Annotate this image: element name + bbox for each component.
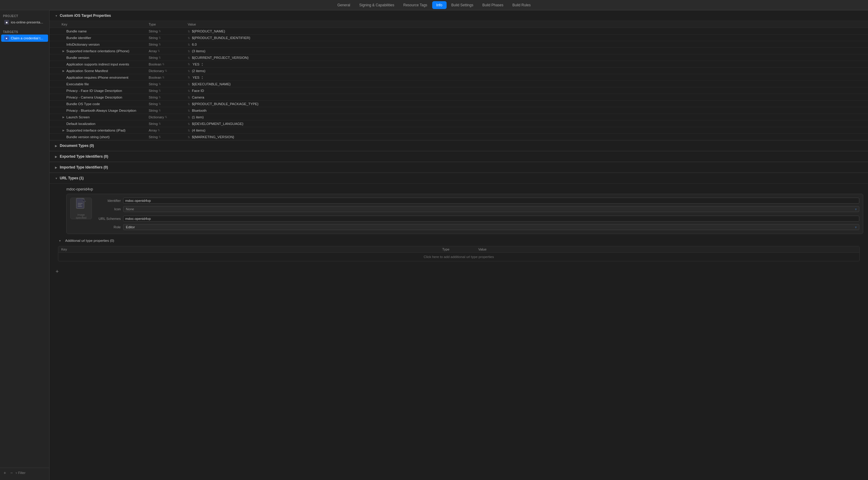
- exported-type-title: Exported Type Identifiers (0): [60, 154, 108, 159]
- col-value-13: ⇅(1 item): [188, 115, 868, 119]
- col-key-9: Privacy - Face ID Usage Description: [50, 89, 149, 92]
- row-expand-3[interactable]: ▶: [62, 50, 65, 53]
- exported-type-chevron: ▶: [54, 155, 58, 158]
- row-expand-6[interactable]: ▶: [62, 69, 65, 72]
- col-key-6: ▶Application Scene Manifest: [50, 69, 149, 73]
- col-type-10: String ⇅: [149, 95, 188, 99]
- url-type-icon-box: imagespecified: [70, 198, 92, 219]
- url-types-header[interactable]: ▾ URL Types (1): [50, 173, 868, 183]
- custom-ios-section: ▾ Custom iOS Target Properties Key Type …: [50, 10, 868, 140]
- tab-resource-tags[interactable]: Resource Tags: [399, 1, 432, 9]
- document-types-header[interactable]: ▶ Document Types (0): [50, 141, 868, 151]
- col-type-2: String ⇅: [149, 43, 188, 46]
- type-stepper-9[interactable]: ⇅: [159, 89, 161, 92]
- role-label: Role: [97, 225, 121, 229]
- additional-props-title: Additional url type properties (0): [65, 239, 114, 242]
- tab-build-settings[interactable]: Build Settings: [447, 1, 477, 9]
- col-key-10: Privacy - Camera Usage Description: [50, 95, 149, 99]
- tab-signing[interactable]: Signing & Capabilities: [355, 1, 399, 9]
- type-stepper-16[interactable]: ⇅: [159, 136, 161, 139]
- type-stepper-1[interactable]: ⇅: [159, 36, 161, 39]
- main-layout: PROJECT ■ ios-online-presenta... TARGETS…: [0, 10, 868, 480]
- key-text-1: Bundle identifier: [66, 36, 91, 40]
- bool-arrows-7[interactable]: ▲▼: [201, 76, 203, 80]
- add-item-button[interactable]: +: [2, 470, 7, 476]
- click-add-row[interactable]: Click here to add additional url type pr…: [58, 252, 859, 261]
- col-value-10: ⇅Camera: [188, 95, 868, 99]
- type-stepper-4[interactable]: ⇅: [159, 56, 161, 59]
- row-expand-13[interactable]: ▶: [62, 116, 65, 119]
- col-header-type: Type: [149, 22, 188, 26]
- imported-type-header[interactable]: ▶ Imported Type Identifiers (0): [50, 162, 868, 173]
- col-value-15: ⇅(4 items): [188, 128, 868, 132]
- col-header-value: Value: [188, 22, 868, 26]
- add-property-button[interactable]: +: [54, 269, 60, 275]
- value-text-3: (3 items): [192, 49, 206, 53]
- tab-build-phases[interactable]: Build Phases: [478, 1, 507, 9]
- url-type-identifier-input[interactable]: [123, 198, 859, 204]
- type-stepper-0[interactable]: ⇅: [159, 30, 161, 33]
- type-text-4: String: [149, 56, 158, 59]
- col-key-16: Bundle version string (short): [50, 135, 149, 139]
- type-stepper-3[interactable]: ⇅: [158, 50, 160, 53]
- additional-props-header[interactable]: ▾ Additional url type properties (0): [54, 236, 863, 245]
- col-key-14: Default localization: [50, 122, 149, 125]
- sidebar-item-project[interactable]: ■ ios-online-presenta...: [1, 19, 48, 26]
- url-type-identifier-row: Identifier: [97, 198, 859, 204]
- type-stepper-14[interactable]: ⇅: [159, 122, 161, 125]
- exported-type-section: ▶ Exported Type Identifiers (0): [50, 151, 868, 162]
- type-stepper-7[interactable]: ⇅: [162, 76, 164, 79]
- type-stepper-13[interactable]: ⇅: [165, 116, 167, 119]
- key-text-3: Supported interface orientations (iPhone…: [66, 49, 129, 53]
- imported-type-section: ▶ Imported Type Identifiers (0): [50, 162, 868, 173]
- col-type-3: Array ⇅: [149, 49, 188, 53]
- tab-general[interactable]: General: [333, 1, 354, 9]
- col-key-5: Application supports indirect input even…: [50, 62, 149, 66]
- role-dropdown[interactable]: Editor ▿: [123, 224, 859, 230]
- type-text-1: String: [149, 36, 158, 40]
- custom-ios-header[interactable]: ▾ Custom iOS Target Properties: [50, 10, 868, 21]
- value-text-10: Camera: [192, 95, 204, 99]
- project-section-label: PROJECT: [0, 12, 49, 18]
- type-text-10: String: [149, 95, 158, 99]
- bool-dropdown-7[interactable]: ⇅YES▲▼: [188, 76, 868, 80]
- type-text-6: Dictionary: [149, 69, 164, 73]
- table-row: Application supports indirect input even…: [50, 61, 868, 68]
- url-type-icon-dropdown[interactable]: None ▿: [123, 206, 859, 212]
- key-text-12: Privacy - Bluetooth Always Usage Descrip…: [66, 109, 136, 112]
- row-expand-15[interactable]: ▶: [62, 129, 65, 132]
- type-stepper-10[interactable]: ⇅: [159, 96, 161, 99]
- col-key-8: Executable file: [50, 82, 149, 86]
- url-type-icon-value: None: [126, 207, 134, 211]
- additional-col-type-header: Type: [442, 247, 478, 251]
- type-stepper-11[interactable]: ⇅: [159, 102, 161, 106]
- type-stepper-15[interactable]: ⇅: [158, 129, 160, 132]
- type-stepper-6[interactable]: ⇅: [165, 69, 167, 72]
- type-text-13: Dictionary: [149, 115, 164, 119]
- bool-arrows-5[interactable]: ▲▼: [201, 62, 203, 66]
- type-stepper-8[interactable]: ⇅: [159, 83, 161, 86]
- sidebar-item-target[interactable]: ■ Claim a credential t...: [1, 34, 48, 42]
- bool-dropdown-5[interactable]: ⇅YES▲▼: [188, 62, 868, 66]
- remove-item-button[interactable]: −: [9, 470, 14, 476]
- url-schemes-input[interactable]: [123, 216, 859, 222]
- tab-bar: General Signing & Capabilities Resource …: [0, 0, 868, 10]
- col-value-6: ⇅(2 items): [188, 69, 868, 73]
- col-value-5: ⇅YES▲▼: [188, 62, 868, 66]
- bool-value-5: YES: [192, 62, 199, 66]
- project-item-label: ios-online-presenta...: [11, 21, 43, 24]
- content-area: ▾ Custom iOS Target Properties Key Type …: [50, 10, 868, 480]
- imported-type-chevron: ▶: [54, 166, 58, 169]
- url-types-title: URL Types (1): [60, 176, 84, 180]
- type-stepper-12[interactable]: ⇅: [159, 109, 161, 112]
- key-text-0: Bundle name: [66, 29, 87, 33]
- properties-table: Key Type Value Bundle nameString ⇅⇅${PRO…: [50, 21, 868, 140]
- tab-info[interactable]: Info: [432, 1, 446, 9]
- col-key-2: InfoDictionary version: [50, 43, 149, 46]
- table-row: Executable fileString ⇅⇅${EXECUTABLE_NAM…: [50, 81, 868, 87]
- tab-build-rules[interactable]: Build Rules: [508, 1, 535, 9]
- type-stepper-2[interactable]: ⇅: [159, 43, 161, 46]
- type-stepper-5[interactable]: ⇅: [162, 63, 164, 66]
- exported-type-header[interactable]: ▶ Exported Type Identifiers (0): [50, 151, 868, 162]
- col-key-3: ▶Supported interface orientations (iPhon…: [50, 49, 149, 53]
